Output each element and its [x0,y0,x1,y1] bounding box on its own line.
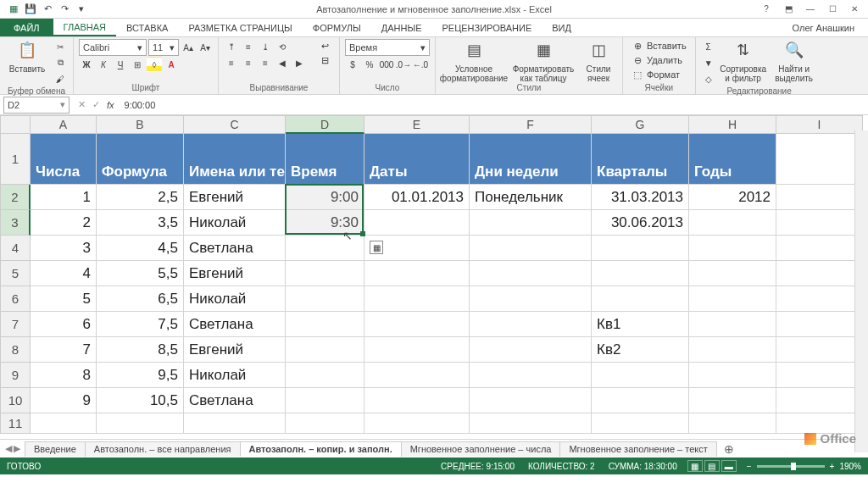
col-header-E[interactable]: E [364,115,470,134]
cell-E10[interactable] [364,388,470,413]
col-header-B[interactable]: B [97,115,184,134]
number-format-dropdown[interactable]: Время▾ [345,39,430,56]
cell-C4[interactable]: Светлана [184,236,286,261]
autofill-options-icon[interactable]: ▦ [370,241,383,254]
font-color-icon[interactable]: A [164,57,179,72]
cell-E6[interactable] [364,286,470,312]
row-header-9[interactable]: 9 [0,363,31,388]
cell-G8[interactable]: Кв2 [592,337,689,363]
copy-icon[interactable]: ⧉ [53,55,68,70]
format-cells-button[interactable]: ⬚Формат [628,68,690,81]
cell-B11[interactable] [97,413,184,434]
row-header-8[interactable]: 8 [0,337,31,363]
cell-H7[interactable] [689,312,776,337]
cell-F1[interactable]: Дни недели [470,134,592,185]
cell-G11[interactable] [592,413,689,434]
cell-H10[interactable] [689,388,776,413]
italic-icon[interactable]: К [96,57,111,72]
cell-C10[interactable]: Светлана [184,388,286,413]
cell-E5[interactable] [364,261,470,286]
cell-styles-button[interactable]: ◫Стили ячеек [580,39,617,83]
help-icon[interactable]: ? [756,3,776,16]
select-all-button[interactable] [0,115,31,134]
sheet-nav-prev-icon[interactable]: ◀ [5,443,12,454]
cell-I4[interactable] [776,236,863,261]
cell-G5[interactable] [592,261,689,286]
col-header-A[interactable]: A [31,115,97,134]
col-header-F[interactable]: F [470,115,592,134]
cell-C7[interactable]: Светлана [184,312,286,337]
col-header-I[interactable]: I [776,115,863,134]
cell-G6[interactable] [592,286,689,312]
spreadsheet-grid[interactable]: ABCDEFGHI 1234567891011 ЧислаФормулаИмен… [0,115,868,439]
cell-D7[interactable] [286,312,364,337]
align-center-icon[interactable]: ≡ [241,55,256,70]
col-header-G[interactable]: G [592,115,689,134]
cell-I7[interactable] [776,312,863,337]
sheet-tab[interactable]: Автозаполн. – копир. и заполн. [240,441,402,457]
cell-G4[interactable] [592,236,689,261]
new-sheet-icon[interactable]: ⊕ [717,442,741,456]
fill-color-icon[interactable]: ◊ [147,57,162,72]
autosum-icon[interactable]: Σ [701,39,716,54]
cell-A8[interactable]: 7 [31,337,97,363]
decrease-font-icon[interactable]: A▾ [198,40,213,55]
formula-input[interactable]: 9:00:00 [120,100,868,110]
decrease-decimal-icon[interactable]: ←.0 [413,57,428,72]
paste-button[interactable]: 📋 Вставить [5,39,49,74]
cut-icon[interactable]: ✂ [53,39,68,54]
cell-G7[interactable]: Кв1 [592,312,689,337]
cell-F7[interactable] [470,312,592,337]
cell-H2[interactable]: 2012 [689,185,776,210]
cell-E3[interactable] [364,210,470,236]
cell-E1[interactable]: Даты [364,134,470,185]
cell-C1[interactable]: Имена или текст [184,134,286,185]
zoom-level[interactable]: 190% [839,462,861,471]
cell-H11[interactable] [689,413,776,434]
cell-D5[interactable] [286,261,364,286]
font-name-dropdown[interactable]: Calibri▾ [79,39,147,56]
cell-E8[interactable] [364,337,470,363]
cell-B2[interactable]: 2,5 [97,185,184,210]
cell-H3[interactable] [689,210,776,236]
vertical-scrollbar[interactable] [854,130,868,452]
cell-B9[interactable]: 9,5 [97,363,184,388]
cell-I2[interactable] [776,185,863,210]
cell-I10[interactable] [776,388,863,413]
cell-F3[interactable] [470,210,592,236]
accounting-icon[interactable]: $ [345,57,360,72]
cell-F9[interactable] [470,363,592,388]
cell-I6[interactable] [776,286,863,312]
cell-I3[interactable] [776,210,863,236]
cell-F2[interactable]: Понедельник [470,185,592,210]
delete-cells-button[interactable]: ⊖Удалить [628,53,690,67]
cell-C3[interactable]: Николай [184,210,286,236]
conditional-formatting-button[interactable]: ▤Условное форматирование [441,39,507,83]
cell-F10[interactable] [470,388,592,413]
close-icon[interactable]: ✕ [844,3,865,16]
ribbon-tab-файл[interactable]: ФАЙЛ [0,19,53,36]
col-header-H[interactable]: H [689,115,776,134]
cell-A6[interactable]: 5 [31,286,97,312]
cell-A5[interactable]: 4 [31,261,97,286]
cell-H9[interactable] [689,363,776,388]
ribbon-tab-вставка[interactable]: ВСТАВКА [116,19,178,36]
align-left-icon[interactable]: ≡ [224,55,239,70]
cell-B3[interactable]: 3,5 [97,210,184,236]
minimize-icon[interactable]: — [800,3,821,16]
enter-formula-icon[interactable]: ✓ [92,99,100,110]
align-middle-icon[interactable]: ≡ [241,39,256,54]
clear-icon[interactable]: ◇ [701,71,716,86]
cell-D6[interactable] [286,286,364,312]
cell-D10[interactable] [286,388,364,413]
comma-icon[interactable]: 000 [379,57,394,72]
cell-I9[interactable] [776,363,863,388]
align-right-icon[interactable]: ≡ [258,55,273,70]
ribbon-tab-разметка страницы[interactable]: РАЗМЕТКА СТРАНИЦЫ [178,19,302,36]
cell-B10[interactable]: 10,5 [97,388,184,413]
cell-C11[interactable] [184,413,286,434]
cell-A1[interactable]: Числа [31,134,97,185]
cell-F5[interactable] [470,261,592,286]
view-layout-icon[interactable]: ▤ [704,460,720,472]
cell-A2[interactable]: 1 [31,185,97,210]
